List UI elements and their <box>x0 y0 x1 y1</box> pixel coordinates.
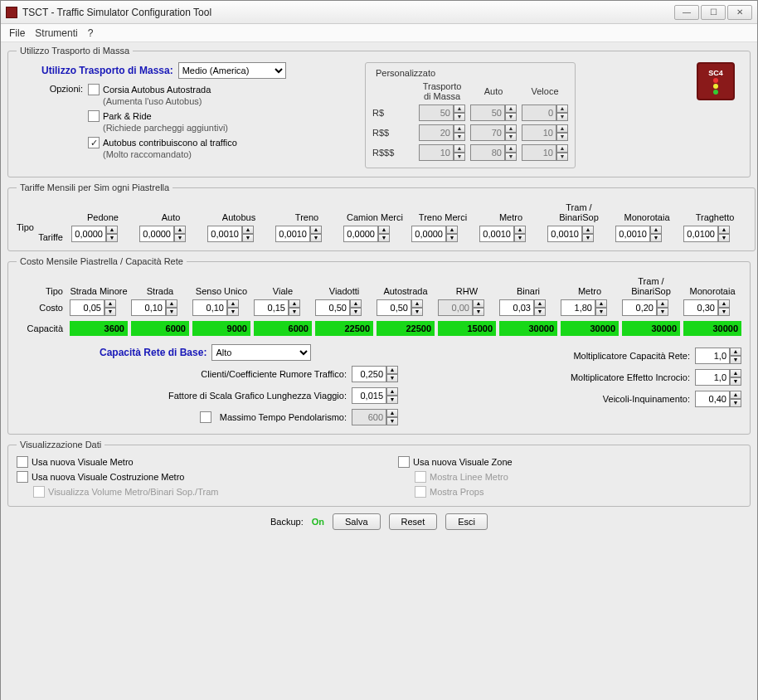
backup-label: Backup: <box>270 517 304 527</box>
cost-input[interactable] <box>315 299 350 316</box>
capacity-cell: 30000 <box>561 321 619 336</box>
tariff-header: Autobus <box>207 199 270 222</box>
cost-input[interactable] <box>561 299 595 316</box>
cost-header: Autostrada <box>377 273 435 296</box>
viz-zone-checkbox[interactable] <box>398 456 410 468</box>
viz-props-checkbox <box>415 486 426 498</box>
custom-r1-speed <box>522 105 556 121</box>
opt-bustraffic-label: Autobus contribuiscono al traffico <box>103 138 237 148</box>
capacity-cell: 30000 <box>499 321 557 336</box>
g2-label: Moltiplicatore Effetto Incrocio: <box>571 372 690 382</box>
tariff-header: Treno <box>275 199 338 222</box>
f1-input[interactable] <box>352 366 386 382</box>
g2-input[interactable] <box>695 369 730 386</box>
opt-parkride-checkbox[interactable] <box>88 110 100 122</box>
cost-input <box>438 299 473 316</box>
custom-r2-auto <box>470 124 505 141</box>
opt-buslane-checkbox[interactable] <box>88 84 100 95</box>
tariff-header: Auto <box>139 199 202 222</box>
reset-button[interactable]: Reset <box>389 513 438 530</box>
cost-input[interactable] <box>683 299 718 316</box>
f2-input[interactable] <box>352 387 386 404</box>
f3-input <box>352 409 386 425</box>
custom-group: Personalizzato Trasporto di MassaAutoVel… <box>365 62 576 168</box>
cost-header: RHW <box>438 273 496 296</box>
custom-h-mass: Trasporto di Massa <box>419 81 465 101</box>
tariff-header: Camion Merci <box>343 199 406 222</box>
group-tariffs: Tariffe Mensili per Sim ogni Piastrella … <box>7 182 756 251</box>
viz-props-label: Mostra Props <box>430 487 483 497</box>
group-mass-transit-legend: Utilizzo Trasporto di Massa <box>17 46 133 56</box>
viz-metro-build-label: Usa nuova Visuale Costruzione Metro <box>32 472 184 482</box>
f3-checkbox[interactable] <box>200 411 211 423</box>
tariff-input[interactable] <box>615 226 650 242</box>
custom-r2-mass <box>419 124 454 141</box>
tariff-input[interactable] <box>479 226 514 242</box>
custom-r1-label: R$ <box>372 108 414 118</box>
group-mass-transit: Utilizzo Trasporto di Massa Utilizzo Tra… <box>7 46 751 177</box>
g1-label: Moltiplicatore Capacità Rete: <box>573 351 690 361</box>
custom-r2-speed <box>522 124 556 141</box>
custom-r3-label: R$$$ <box>372 148 414 158</box>
opt-bustraffic-sub: (Molto raccomandato) <box>103 149 192 159</box>
titlebar: TSCT - Traffic Simulator Configuration T… <box>1 1 757 24</box>
custom-r1-mass <box>419 105 454 121</box>
close-button[interactable]: ✕ <box>727 5 752 20</box>
custom-h-auto: Auto <box>470 86 517 96</box>
custom-legend: Personalizzato <box>372 68 439 78</box>
exit-button[interactable]: Esci <box>445 513 488 530</box>
custom-r3-speed <box>522 144 556 161</box>
tariff-input[interactable] <box>207 226 242 242</box>
viz-metro-checkbox[interactable] <box>17 456 28 468</box>
cost-input[interactable] <box>70 299 104 316</box>
tariff-input[interactable] <box>139 226 174 242</box>
basecap-select[interactable]: Alto <box>211 344 311 361</box>
custom-h-speed: Veloce <box>522 86 568 96</box>
group-tariffs-legend: Tariffe Mensili per Sim ogni Piastrella <box>17 182 172 192</box>
capacity-cell: 30000 <box>683 321 741 336</box>
cost-input[interactable] <box>254 299 289 316</box>
tariff-header: Metro <box>479 199 542 222</box>
viz-volume-label: Visualizza Volume Metro/Binari Sop./Tram <box>48 487 218 497</box>
tariff-input[interactable] <box>343 226 378 242</box>
cost-header: Binari <box>499 273 557 296</box>
custom-r2-label: R$$ <box>372 128 414 138</box>
capacity-cell: 30000 <box>622 321 680 336</box>
viz-zone-label: Usa nuova Visuale Zone <box>413 457 513 467</box>
f3-label: Massimo Tempo Pendolarismo: <box>220 412 347 422</box>
tariff-input[interactable] <box>411 226 446 242</box>
g3-label: Veicoli-Inquinamento: <box>603 394 690 404</box>
tariff-input[interactable] <box>71 226 106 242</box>
cost-input[interactable] <box>131 299 166 316</box>
minimize-button[interactable]: — <box>674 5 699 20</box>
maximize-button[interactable]: ☐ <box>701 5 726 20</box>
mass-transit-select[interactable]: Medio (America) <box>178 62 286 79</box>
opt-bustraffic-checkbox[interactable] <box>88 137 100 148</box>
capacity-cell: 15000 <box>438 321 496 336</box>
group-costs: Costo Mensile Piastrella / Capacità Rete… <box>7 256 751 435</box>
viz-metro-build-checkbox[interactable] <box>17 471 28 483</box>
group-costs-legend: Costo Mensile Piastrella / Capacità Rete <box>17 256 187 266</box>
custom-r3-mass <box>419 144 454 161</box>
capacity-cell: 9000 <box>192 321 250 336</box>
cost-header: Senso Unico <box>192 273 250 296</box>
viz-lines-checkbox <box>415 471 426 483</box>
tariff-input[interactable] <box>683 226 718 242</box>
tariff-header: Monorotaia <box>615 199 678 222</box>
save-button[interactable]: Salva <box>333 513 381 530</box>
capacity-cell: 22500 <box>315 321 373 336</box>
cost-input[interactable] <box>622 299 657 316</box>
tariff-input[interactable] <box>547 226 582 242</box>
tariff-header: Pedone <box>71 199 134 222</box>
viz-volume-checkbox <box>33 486 45 498</box>
cost-input[interactable] <box>192 299 227 316</box>
tariff-input[interactable] <box>275 226 310 242</box>
cost-input[interactable] <box>377 299 411 316</box>
cost-input[interactable] <box>499 299 534 316</box>
menu-file[interactable]: File <box>9 27 25 39</box>
menu-tools[interactable]: Strumenti <box>35 27 77 39</box>
cost-rowlabel: Costo <box>17 303 66 313</box>
g3-input[interactable] <box>695 391 730 407</box>
menu-help[interactable]: ? <box>88 27 94 39</box>
g1-input[interactable] <box>695 348 730 364</box>
